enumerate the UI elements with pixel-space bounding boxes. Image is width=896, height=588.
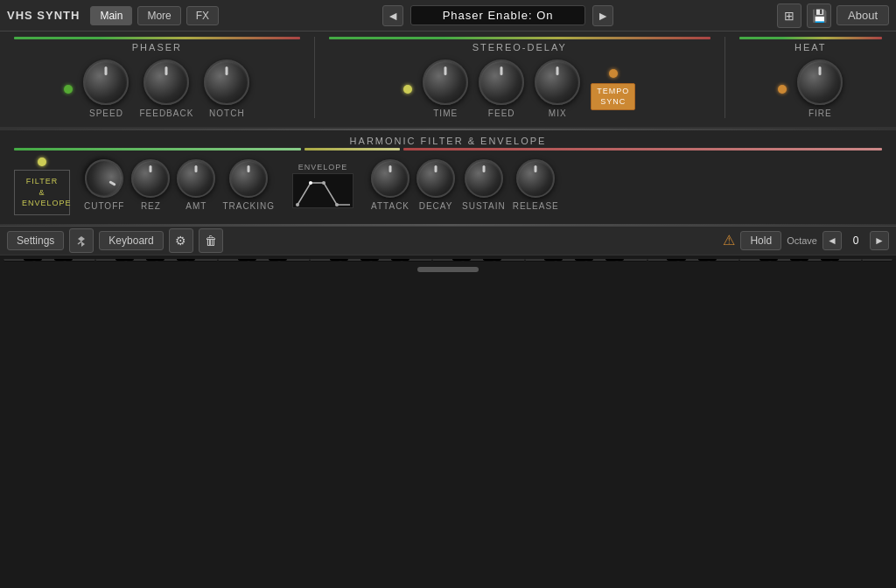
tracking-knob-container: TRACKING	[222, 159, 275, 211]
settings-icon-button[interactable]: ⚙	[169, 228, 193, 253]
rez-knob[interactable]	[131, 159, 170, 198]
black-key[interactable]	[330, 259, 348, 261]
feed-label: FEED	[488, 108, 515, 118]
keyboard-button[interactable]: Keyboard	[99, 231, 163, 250]
delay-led[interactable]	[403, 85, 412, 94]
cutoff-knob-container: CUTOFF	[84, 159, 124, 211]
grid-icon-button[interactable]: ⊞	[777, 4, 802, 28]
black-key[interactable]	[790, 259, 808, 261]
preset-next-button[interactable]: ►	[592, 5, 613, 26]
delay-led-container	[403, 83, 412, 95]
heat-led[interactable]	[778, 85, 787, 94]
envelope-display: ENVELOPE	[292, 163, 354, 208]
stereo-delay-knobs: TIME FEED MIX TEMPOSYNC	[403, 60, 635, 118]
svg-line-4	[78, 242, 81, 244]
black-key[interactable]	[177, 259, 195, 261]
black-key[interactable]	[116, 259, 134, 261]
delete-icon-button[interactable]: 🗑	[199, 228, 223, 253]
phaser-label: PHASER	[14, 42, 300, 52]
tempo-sync-container: TEMPOSYNC	[591, 67, 635, 110]
release-knob-container: RELEASE	[513, 159, 559, 211]
hold-button[interactable]: Hold	[740, 231, 781, 250]
settings-button[interactable]: Settings	[7, 231, 64, 250]
more-button[interactable]: More	[137, 6, 180, 25]
tempo-sync-button[interactable]: TEMPOSYNC	[591, 83, 635, 110]
octave-up-button[interactable]: ►	[870, 231, 889, 250]
save-icon-button[interactable]: 💾	[807, 4, 831, 28]
decay-knob[interactable]	[416, 159, 455, 198]
phaser-led[interactable]	[64, 85, 73, 94]
cutoff-knob[interactable]	[78, 152, 130, 205]
black-key[interactable]	[760, 259, 778, 261]
black-key[interactable]	[667, 259, 685, 261]
amt-knob[interactable]	[177, 159, 215, 198]
attack-label: ATTACK	[371, 201, 410, 211]
black-key[interactable]	[575, 259, 593, 261]
top-icons: ⊞ 💾	[777, 4, 831, 28]
fx-button[interactable]: FX	[186, 6, 219, 25]
harmonic-filter-label: HARMONIC FILTER & ENVELOPE	[14, 136, 882, 146]
svg-point-0	[296, 203, 299, 206]
attack-knob[interactable]	[371, 159, 410, 198]
bluetooth-icon-button[interactable]	[69, 228, 94, 253]
feedback-knob[interactable]	[144, 60, 189, 105]
attack-knob-container: ATTACK	[371, 159, 410, 211]
release-label: RELEASE	[513, 201, 559, 211]
black-key[interactable]	[391, 259, 410, 261]
feedback-knob-container: FEEDBACK	[139, 60, 193, 118]
bar-yellow	[304, 148, 400, 150]
feed-knob[interactable]	[479, 60, 524, 105]
filter-env-button[interactable]: FILTER& ENVELOPE	[14, 170, 70, 215]
black-key[interactable]	[238, 259, 256, 261]
black-key[interactable]	[54, 259, 73, 261]
notch-knob[interactable]	[204, 60, 249, 105]
keyboard-section	[0, 256, 896, 277]
svg-point-2	[322, 181, 326, 185]
amt-label: AMT	[186, 201, 206, 211]
filter-env-led[interactable]	[38, 158, 46, 166]
keyboard-scroll-handle[interactable]	[417, 267, 479, 272]
rez-knob-container: REZ	[131, 159, 170, 211]
tracking-knob[interactable]	[229, 159, 268, 198]
preset-name[interactable]: Phaser Enable: On	[410, 5, 585, 25]
fire-knob[interactable]	[797, 60, 843, 105]
preset-prev-button[interactable]: ◄	[382, 5, 403, 26]
hf-knobs-row: FILTER& ENVELOPE CUTOFF REZ AMT TRACKING…	[14, 156, 882, 215]
octave-down-button[interactable]: ◄	[822, 231, 842, 250]
fx-section: PHASER SPEED FEEDBACK NOTCH	[0, 32, 896, 129]
time-knob[interactable]	[423, 60, 468, 105]
black-key[interactable]	[483, 259, 501, 261]
black-key[interactable]	[606, 259, 624, 261]
bottom-controls: Settings Keyboard ⚙ 🗑 ⚠ Hold Octave ◄ 0 …	[0, 226, 896, 256]
fire-knob-container: FIRE	[797, 60, 843, 118]
stereo-delay-group: STEREO-DELAY TIME FEED MIX	[329, 37, 710, 118]
about-button[interactable]: About	[836, 5, 889, 25]
bar-green	[14, 148, 301, 150]
black-key[interactable]	[544, 259, 563, 261]
keyboard	[0, 256, 896, 277]
envelope-label: ENVELOPE	[298, 163, 348, 172]
sustain-knob[interactable]	[465, 159, 503, 198]
phaser-separator	[314, 37, 315, 118]
amt-knob-container: AMT	[177, 159, 215, 211]
mix-knob[interactable]	[535, 60, 580, 105]
black-key[interactable]	[269, 259, 287, 261]
black-key[interactable]	[452, 259, 471, 261]
bluetooth-icon	[75, 234, 88, 247]
feed-knob-container: FEED	[479, 60, 524, 118]
black-key[interactable]	[698, 259, 717, 261]
black-key[interactable]	[821, 259, 839, 261]
speed-knob[interactable]	[83, 60, 129, 105]
main-button[interactable]: Main	[90, 6, 132, 25]
black-key[interactable]	[360, 259, 379, 261]
speed-knob-container: SPEED	[83, 60, 129, 118]
release-knob[interactable]	[516, 159, 555, 198]
black-key[interactable]	[24, 259, 42, 261]
white-key[interactable]	[862, 259, 892, 262]
tempo-sync-led[interactable]	[609, 69, 618, 78]
heat-group: HEAT FIRE	[739, 37, 882, 118]
svg-point-1	[309, 181, 312, 185]
preset-navigation: ◄ Phaser Enable: On ►	[224, 5, 772, 26]
black-key[interactable]	[146, 259, 164, 261]
notch-label: NOTCH	[209, 108, 245, 118]
